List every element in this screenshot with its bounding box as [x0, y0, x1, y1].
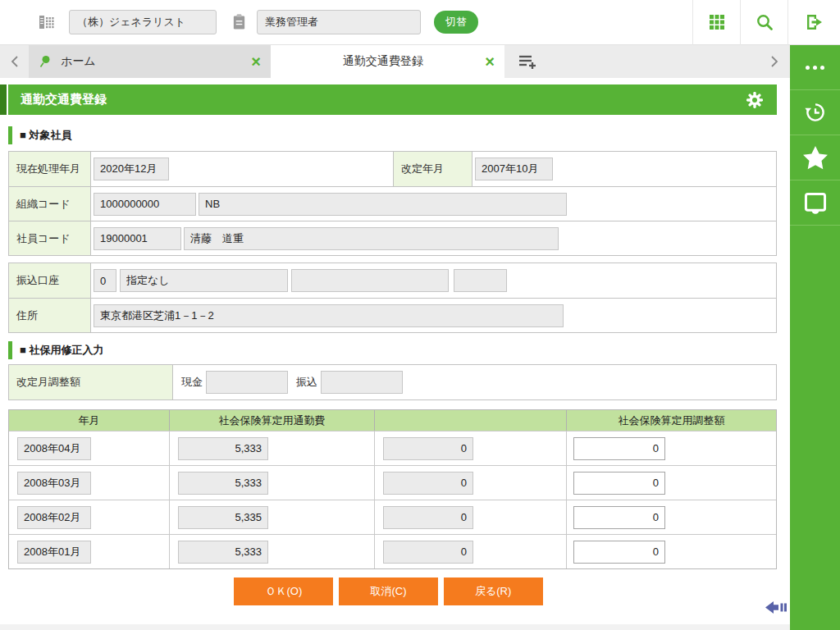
tab-home-label: ホーム [61, 54, 96, 69]
new-tab-button[interactable] [518, 53, 537, 70]
switch-button[interactable]: 切替 [434, 11, 478, 34]
blank-amount-field[interactable] [383, 541, 473, 564]
gear-icon [745, 90, 765, 110]
more-menu-button[interactable] [790, 45, 840, 90]
cancel-button[interactable]: 取消(C) [339, 578, 438, 605]
cash-field[interactable] [206, 371, 288, 394]
adjustment-label: 改定月調整額 [9, 365, 173, 399]
bank-branch-field[interactable] [291, 269, 449, 292]
adjustment-amount-input[interactable] [573, 437, 665, 460]
month-field[interactable] [17, 472, 91, 495]
tab-home[interactable]: ホーム × [29, 45, 271, 78]
tab-active-label: 通勤交通費登録 [281, 54, 485, 69]
emp-name-field[interactable] [184, 227, 559, 250]
commute-fee-field[interactable] [178, 437, 268, 460]
apps-grid-button[interactable] [692, 0, 740, 45]
ok-button[interactable]: ＯＫ(O) [234, 578, 333, 605]
blank-amount-field[interactable] [383, 472, 473, 495]
org-name-field[interactable] [199, 193, 567, 216]
apps-grid-icon [707, 12, 727, 32]
blank-amount-field[interactable] [383, 437, 473, 460]
memo-panel-icon [803, 191, 828, 214]
address-label: 住所 [9, 299, 91, 332]
chevron-right-icon [770, 55, 778, 68]
pin-icon [39, 55, 51, 69]
settings-button[interactable] [745, 90, 765, 110]
revision-month-field[interactable] [475, 158, 553, 180]
top-bar: 切替 [0, 0, 840, 45]
bank-account-name-field[interactable] [120, 269, 288, 292]
bottom-strip [0, 624, 790, 630]
title-accent-strip [0, 84, 7, 115]
tabs-scroll-left-button[interactable] [0, 45, 29, 78]
col-header-blank [375, 410, 567, 431]
adjustment-amount-input[interactable] [573, 541, 665, 564]
col-header-commute-fee: 社会保険算定用通勤費 [170, 410, 375, 431]
bank-account-code-field[interactable] [94, 269, 116, 292]
transfer-label: 振込 [296, 375, 317, 390]
favorites-button[interactable] [790, 135, 840, 180]
month-field[interactable] [17, 541, 91, 564]
target-employee-form: 現在処理年月 改定年月 組織コード 社員コード [8, 151, 777, 256]
form-row-processing-month: 現在処理年月 改定年月 [9, 152, 776, 186]
table-row [9, 431, 776, 465]
adjustment-form: 改定月調整額 現金 振込 [8, 364, 777, 400]
topbar-icon-group [692, 0, 840, 45]
adjustment-amount-input[interactable] [573, 472, 665, 495]
collapse-panel-button[interactable] [765, 599, 788, 616]
form-row-address: 住所 [9, 298, 776, 332]
memo-button[interactable] [790, 180, 840, 226]
form-row-bank-account: 振込口座 [9, 263, 776, 298]
emp-code-label: 社員コード [9, 221, 91, 255]
tab-active-close-icon[interactable]: × [485, 53, 495, 70]
bank-extra-field[interactable] [454, 269, 507, 292]
history-button[interactable] [790, 90, 840, 135]
right-sidebar [790, 45, 840, 630]
star-icon [802, 145, 829, 170]
org-code-field[interactable] [94, 193, 196, 216]
current-month-field[interactable] [94, 158, 169, 180]
adjustment-amount-input[interactable] [573, 506, 665, 529]
emp-code-field[interactable] [94, 227, 181, 250]
search-button[interactable] [740, 0, 788, 45]
table-row [9, 534, 776, 568]
form-row-adjustment: 改定月調整額 現金 振込 [9, 365, 776, 399]
page-title: 通勤交通費登録 [21, 92, 745, 107]
commute-fee-field[interactable] [178, 541, 268, 564]
building-icon [38, 13, 56, 31]
address-field[interactable] [94, 304, 564, 327]
tab-home-close-icon[interactable]: × [251, 53, 261, 70]
section-shaho-correction: ■ 社保用修正入力 [8, 341, 777, 359]
main-content: 通勤交通費登録 ■ 対象社員 現在処理年月 [0, 78, 790, 630]
current-month-label: 現在処理年月 [9, 152, 91, 186]
blank-amount-field[interactable] [383, 506, 473, 529]
ellipsis-icon [806, 66, 824, 70]
company-input[interactable] [69, 10, 217, 34]
history-clock-icon [803, 100, 828, 125]
bank-address-form: 振込口座 住所 [8, 262, 777, 333]
transfer-field[interactable] [321, 371, 403, 394]
page-title-bar: 通勤交通費登録 [0, 84, 790, 115]
logout-icon [804, 12, 825, 32]
commute-fee-field[interactable] [178, 506, 268, 529]
bank-account-label: 振込口座 [9, 263, 91, 298]
arrow-left-icon [765, 599, 788, 616]
back-button[interactable]: 戻る(R) [444, 578, 543, 605]
revision-month-label: 改定年月 [393, 152, 472, 186]
table-row [9, 500, 776, 534]
role-input[interactable] [257, 10, 421, 34]
cash-label: 現金 [181, 375, 203, 390]
form-row-emp-code: 社員コード [9, 221, 776, 255]
commute-fee-field[interactable] [178, 472, 268, 495]
month-field[interactable] [17, 437, 91, 460]
action-button-row: ＯＫ(O) 取消(C) 戻る(R) [0, 578, 777, 605]
tabs-scroll-right-button[interactable] [770, 45, 778, 78]
tab-commute-registration[interactable]: 通勤交通費登録 × [271, 45, 504, 78]
search-icon [755, 12, 774, 32]
chevron-left-icon [11, 55, 19, 68]
month-field[interactable] [17, 506, 91, 529]
logout-button[interactable] [788, 0, 840, 45]
col-header-adjustment: 社会保険算定用調整額 [567, 410, 776, 431]
org-code-label: 組織コード [9, 187, 91, 221]
monthly-commute-table: 年月 社会保険算定用通勤費 社会保険算定用調整額 [8, 409, 777, 569]
